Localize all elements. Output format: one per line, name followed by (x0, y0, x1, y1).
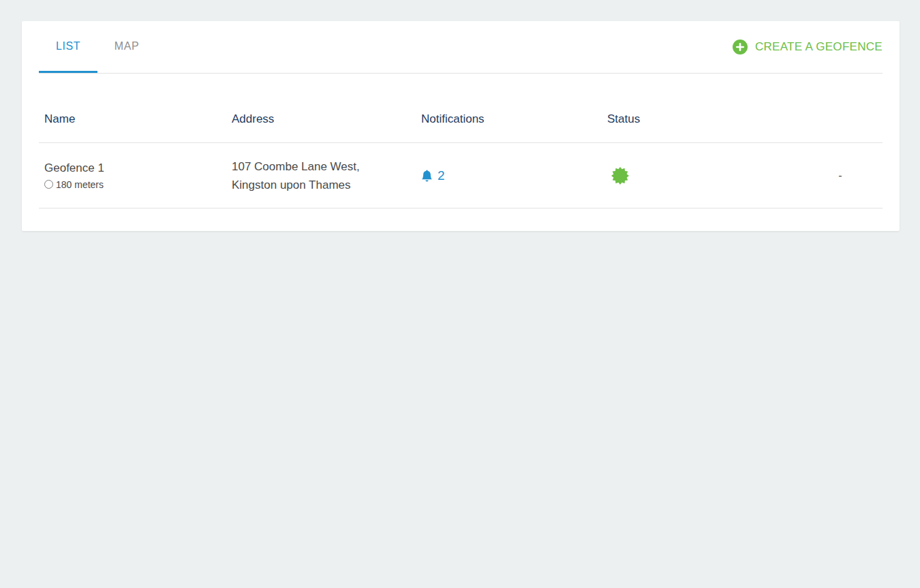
geofence-name: Geofence 1 (44, 161, 232, 175)
actions-cell: - (798, 170, 883, 182)
tab-map[interactable]: MAP (97, 21, 156, 73)
address-line-2: Kingston upon Thames (232, 176, 421, 194)
address-line-1: 107 Coombe Lane West, (232, 157, 421, 176)
create-geofence-label: CREATE A GEOFENCE (755, 40, 883, 54)
radius-circle-icon (44, 180, 53, 189)
plus-circle-icon (733, 40, 748, 55)
starburst-active-icon (611, 166, 630, 185)
geofence-address-cell: 107 Coombe Lane West, Kingston upon Tham… (232, 157, 421, 194)
column-header-address: Address (232, 112, 421, 142)
tab-map-label: MAP (114, 40, 139, 52)
column-header-name: Name (44, 112, 232, 142)
tab-list[interactable]: LIST (39, 21, 97, 73)
column-header-status: Status (607, 112, 798, 142)
status-cell (607, 166, 798, 185)
tab-bar: LIST MAP CREATE A GEOFENCE (39, 21, 883, 74)
geofence-name-cell: Geofence 1 180 meters (44, 161, 232, 190)
column-header-actions (798, 126, 883, 142)
geofence-radius: 180 meters (44, 179, 232, 190)
tab-list-label: LIST (56, 40, 80, 52)
column-header-notifications: Notifications (421, 112, 607, 142)
create-geofence-button[interactable]: CREATE A GEOFENCE (733, 40, 883, 55)
notifications-cell[interactable]: 2 (421, 168, 607, 183)
notifications-count: 2 (438, 168, 445, 183)
geofence-panel: LIST MAP CREATE A GEOFENCE Name Address … (22, 21, 900, 231)
bell-icon (421, 170, 433, 182)
geofence-row[interactable]: Geofence 1 180 meters 107 Coombe Lane We… (39, 143, 883, 208)
radius-value: 180 meters (56, 179, 104, 190)
table-header: Name Address Notifications Status (39, 74, 883, 143)
